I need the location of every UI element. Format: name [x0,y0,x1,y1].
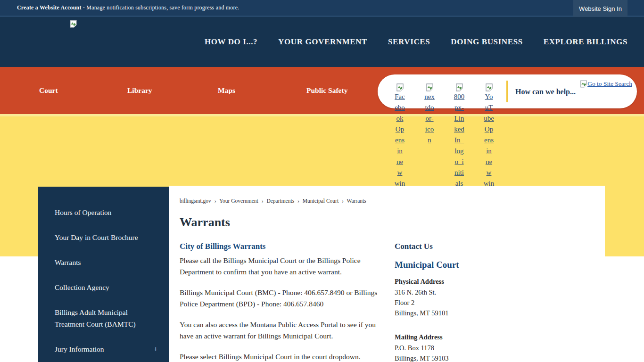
subnav-court[interactable]: Court [39,67,58,114]
nextdoor-link[interactable]: nextdoor-icon [421,82,438,146]
nav-how-do-i[interactable]: HOW DO I...? [205,37,257,47]
site-header: HOW DO I...? YOUR GOVERNMENT SERVICES DO… [0,17,644,67]
subnav-public-safety[interactable]: Public Safety [306,67,347,114]
section-heading: City of Billings Warrants [180,242,380,251]
breadcrumb-separator: › [297,198,299,204]
sidebar-item-collection-agency[interactable]: Collection Agency [38,275,169,300]
youtube-alt-text: YouTubeOpensinnewwin [481,91,497,189]
linkedin-link[interactable]: 800px-LinkedIn_logo_initials [451,82,467,189]
paragraph-call-to-confirm: Please call the Billings Municipal Court… [180,255,380,277]
breadcrumb-separator: › [342,198,344,204]
yellow-band-highlight [0,114,644,116]
go-to-site-search-link[interactable]: Go to Site Search [580,80,632,88]
breadcrumb-warrants: Warrants [347,198,366,204]
sidebar-item-hours-of-operation[interactable]: Hours of Operation [38,200,169,225]
linkedin-alt-text: 800px-LinkedIn_logo_initials [451,91,467,189]
sidebar-item-bamtc[interactable]: Billings Adult Municipal Treatment Court… [38,300,169,337]
search-broken-image-icon [580,80,587,88]
breadcrumb-your-government[interactable]: Your Government [219,198,258,204]
physical-address-lines: 316 N. 26th St.Floor 2Billings, MT 59101 [395,287,536,318]
breadcrumb-departments[interactable]: Departments [266,198,294,204]
go-to-site-search-label: Go to Site Search [587,80,632,88]
paragraph-public-access-portal: You can also access the Montana Public A… [180,319,380,341]
content-columns: City of Billings Warrants Please call th… [180,242,605,362]
page: Create a Website Account - Manage notifi… [0,0,644,362]
breadcrumb: billingsmt.gov › Your Government › Depar… [180,198,605,204]
nextdoor-alt-text: nextdoor-icon [421,91,438,146]
breadcrumb-separator: › [215,198,216,204]
mailing-address-label: Mailing Address [395,333,536,341]
sidebar-item-your-day-in-court-brochure[interactable]: Your Day in Court Brochure [38,225,169,250]
expand-plus-icon[interactable]: + [153,343,158,355]
nav-doing-business[interactable]: DOING BUSINESS [451,37,522,47]
paragraph-court-dropdown: Please select Billings Municipal Court i… [180,351,380,362]
facebook-alt-text: FacebookOpensinnewwin [392,91,408,189]
page-title: Warrants [180,215,605,230]
sidebar-item-label: Warrants [55,258,81,266]
sidebar-item-label: Billings Adult Municipal Treatment Court… [55,308,136,328]
website-sign-in-button[interactable]: Website Sign In [573,0,627,17]
paragraph-phone-numbers: Billings Municipal Court (BMC) - Phone: … [180,287,380,309]
subnav-library[interactable]: Library [127,67,152,114]
linkedin-broken-image-icon [456,83,463,91]
nav-explore-billings[interactable]: EXPLORE BILLINGS [544,37,627,47]
mailing-address-lines: P.O. Box 1178Billings, MT 59103 [395,343,536,362]
breadcrumb-separator: › [262,198,264,204]
sidebar-item-label: Collection Agency [55,283,109,291]
nav-your-government[interactable]: YOUR GOVERNMENT [278,37,367,47]
account-promo-text: Create a Website Account - Manage notifi… [17,4,239,11]
facebook-broken-image-icon [396,83,404,91]
subnav-maps[interactable]: Maps [218,67,235,114]
search-divider [506,81,508,102]
youtube-link[interactable]: YouTubeOpensinnewwin [481,82,497,189]
utility-bar: Create a Website Account - Manage notifi… [0,0,644,17]
site-logo-broken-image-icon[interactable] [70,19,77,28]
content-panel: billingsmt.gov › Your Government › Depar… [169,186,605,362]
search-pill: FacebookOpensinnewwin nextdoor-icon 800p… [378,74,637,108]
contact-us-heading: Contact Us [395,242,536,251]
contact-column: Contact Us Municipal Court Physical Addr… [395,242,536,362]
primary-navigation: HOW DO I...? YOUR GOVERNMENT SERVICES DO… [205,17,627,67]
breadcrumb-home[interactable]: billingsmt.gov [180,198,211,204]
sidebar-item-label: Your Day in Court Brochure [55,233,138,241]
sidebar-item-label: Jury Information [55,345,104,353]
contact-department[interactable]: Municipal Court [395,260,536,270]
sidebar-item-jury-information[interactable]: Jury Information + [38,337,169,362]
nextdoor-broken-image-icon [426,83,433,91]
physical-address-label: Physical Address [395,278,536,286]
account-promo-rest: - Manage notification subscriptions, sav… [82,4,239,11]
account-promo-bold[interactable]: Create a Website Account [17,4,82,11]
sidebar-item-warrants[interactable]: Warrants [38,250,169,275]
article-column: City of Billings Warrants Please call th… [180,242,380,362]
nav-services[interactable]: SERVICES [388,37,430,47]
sidebar-menu: Hours of Operation Your Day in Court Bro… [38,187,169,362]
facebook-link[interactable]: FacebookOpensinnewwin [392,82,408,189]
youtube-broken-image-icon [486,83,493,91]
sidebar-item-label: Hours of Operation [55,208,112,216]
breadcrumb-municipal-court[interactable]: Municipal Court [303,198,339,204]
